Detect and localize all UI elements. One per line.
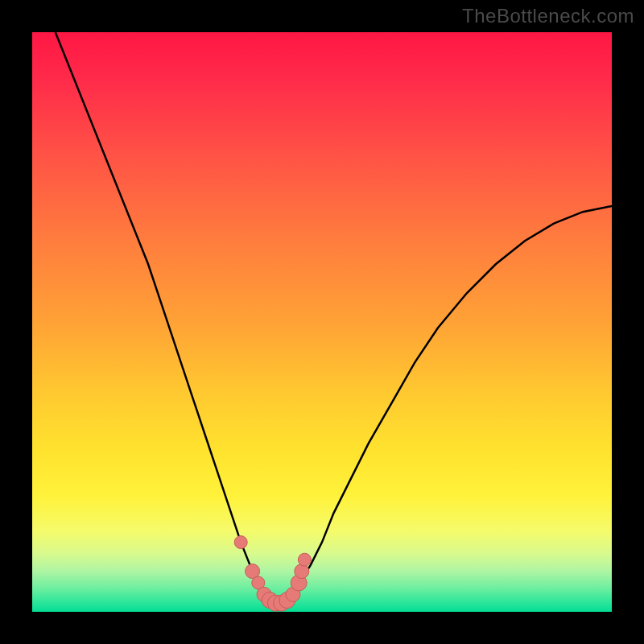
curve-marker <box>298 553 311 566</box>
gradient-background <box>32 32 612 612</box>
watermark-text: TheBottleneck.com <box>462 5 634 27</box>
chart-frame: TheBottleneck.com <box>0 0 644 644</box>
bottleneck-chart <box>32 32 612 612</box>
curve-marker <box>295 564 309 579</box>
plot-area <box>32 32 612 612</box>
curve-marker <box>234 536 247 549</box>
